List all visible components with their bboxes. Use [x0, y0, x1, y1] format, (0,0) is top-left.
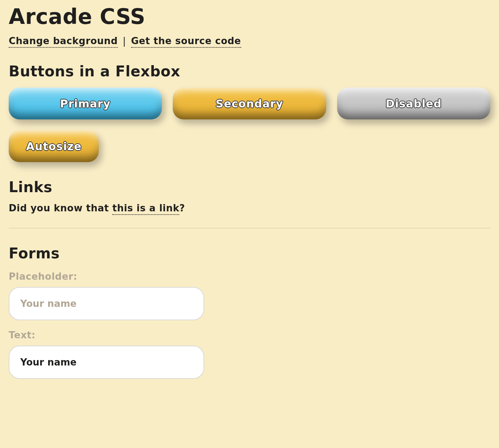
primary-button[interactable]: Primary [9, 88, 162, 119]
buttons-heading: Buttons in a Flexbox [9, 63, 490, 80]
disabled-button: Disabled [337, 88, 490, 119]
text-input[interactable] [9, 346, 204, 379]
inline-link[interactable]: this is a link [112, 203, 179, 215]
section-divider [9, 228, 490, 228]
placeholder-input[interactable] [9, 287, 204, 320]
links-prefix: Did you know that [9, 203, 112, 214]
top-links-line: Change background | Get the source code [9, 35, 490, 46]
buttons-flexbox: Primary Secondary Disabled Autosize [9, 88, 490, 162]
links-paragraph: Did you know that this is a link? [9, 203, 490, 214]
page-title: Arcade CSS [9, 4, 490, 29]
text-label: Text: [9, 330, 490, 341]
forms-heading: Forms [9, 245, 490, 262]
secondary-button[interactable]: Secondary [173, 88, 326, 119]
source-code-link[interactable]: Get the source code [131, 35, 241, 48]
links-suffix: ? [179, 203, 185, 214]
top-links-separator: | [121, 35, 127, 46]
autosize-button[interactable]: Autosize [9, 130, 99, 162]
placeholder-label: Placeholder: [9, 271, 490, 282]
links-heading: Links [9, 179, 490, 195]
change-background-link[interactable]: Change background [9, 35, 118, 48]
